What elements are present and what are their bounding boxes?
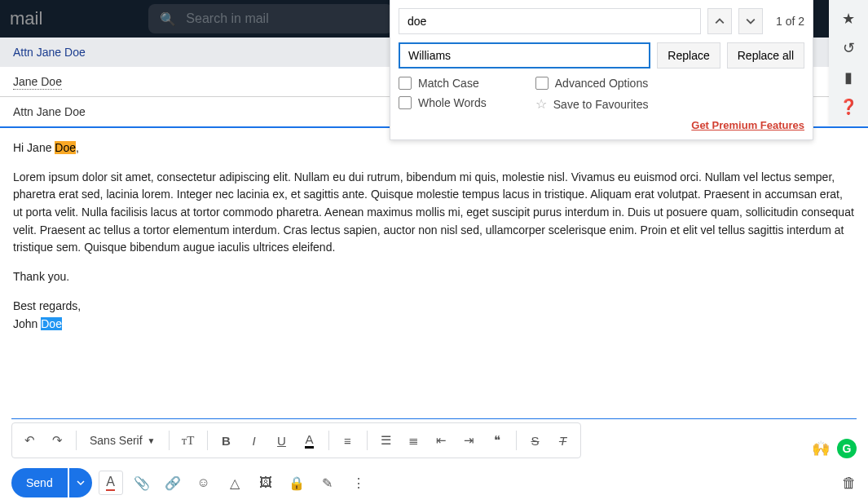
history-icon[interactable]: ↺ bbox=[843, 39, 855, 57]
align-button[interactable]: ≡ bbox=[336, 428, 360, 453]
strikethrough-button[interactable]: S bbox=[523, 428, 548, 453]
help-icon[interactable]: ❓ bbox=[839, 98, 857, 116]
body-paragraph: Lorem ipsum dolor sit amet, consectetur … bbox=[13, 169, 855, 257]
link-icon[interactable]: 🔗 bbox=[161, 471, 185, 495]
redo-button[interactable]: ↷ bbox=[45, 428, 69, 453]
text: John bbox=[13, 317, 41, 330]
text-format-toggle[interactable]: A bbox=[99, 471, 123, 495]
whole-words-option[interactable]: Whole Words bbox=[399, 96, 487, 109]
match-case-option[interactable]: Match Case bbox=[399, 77, 487, 90]
numbered-list-button[interactable]: ☰ bbox=[374, 428, 399, 453]
underline-button[interactable]: U bbox=[270, 428, 294, 453]
email-body-editor[interactable]: Hi Jane Doe, Lorem ipsum dolor sit amet,… bbox=[0, 128, 868, 344]
compose-bottom-bar: Send A 📎 🔗 ☺ △ 🖼 🔒 ✎ ⋮ 🗑 bbox=[11, 468, 857, 497]
save-favourites[interactable]: ☆Save to Favourites bbox=[535, 96, 649, 112]
indent-less-button[interactable]: ⇤ bbox=[430, 428, 454, 453]
find-highlight-current: Doe bbox=[55, 141, 76, 154]
text: , bbox=[76, 141, 79, 154]
checkbox-icon bbox=[399, 96, 412, 109]
clear-format-button[interactable]: T bbox=[551, 428, 575, 453]
chevron-down-icon: ▼ bbox=[148, 436, 156, 445]
undo-button[interactable]: ↶ bbox=[17, 428, 42, 453]
raise-hands-icon[interactable]: 🙌 bbox=[811, 439, 831, 458]
star-icon[interactable]: ★ bbox=[842, 10, 855, 28]
text: Hi Jane bbox=[13, 141, 55, 154]
body-regards: Best regards, bbox=[13, 299, 81, 312]
send-button[interactable]: Send bbox=[11, 468, 68, 497]
star-outline-icon: ☆ bbox=[535, 96, 547, 112]
advanced-options[interactable]: Advanced Options bbox=[535, 77, 649, 90]
book-icon[interactable]: ▮ bbox=[844, 69, 853, 86]
checkbox-icon bbox=[399, 77, 412, 90]
pen-icon[interactable]: ✎ bbox=[315, 471, 340, 495]
find-prev-button[interactable] bbox=[707, 8, 732, 34]
confidential-icon[interactable]: 🔒 bbox=[284, 471, 309, 495]
replace-button[interactable]: Replace bbox=[657, 42, 720, 69]
premium-link[interactable]: Get Premium Features bbox=[691, 119, 804, 131]
body-thanks: Thank you. bbox=[13, 268, 855, 286]
find-replace-panel: 1 of 2 Replace Replace all Match Case Wh… bbox=[390, 0, 813, 140]
replace-all-button[interactable]: Replace all bbox=[727, 42, 804, 69]
more-icon[interactable]: ⋮ bbox=[346, 471, 371, 495]
find-count: 1 of 2 bbox=[769, 15, 804, 28]
format-toolbar: ↶ ↷ Sans Serif▼ тT B I U A ≡ ☰ ≣ ⇤ ⇥ ❝ S… bbox=[11, 422, 581, 458]
send-options-button[interactable] bbox=[69, 468, 92, 497]
italic-button[interactable]: I bbox=[242, 428, 267, 453]
bold-button[interactable]: B bbox=[214, 428, 239, 453]
mail-search-bar[interactable]: 🔍 Search in mail bbox=[148, 4, 393, 33]
font-size-button[interactable]: тT bbox=[176, 428, 200, 453]
extension-toolbar: ★ ↺ ▮ ❓ bbox=[829, 0, 868, 126]
text-color-button[interactable]: A bbox=[297, 428, 322, 453]
search-icon: 🔍 bbox=[160, 11, 176, 27]
find-input[interactable] bbox=[399, 8, 701, 34]
image-icon[interactable]: 🖼 bbox=[253, 471, 278, 495]
drive-icon[interactable]: △ bbox=[223, 471, 247, 495]
app-logo: mail bbox=[10, 8, 42, 29]
checkbox-icon bbox=[535, 77, 549, 90]
attach-icon[interactable]: 📎 bbox=[130, 471, 154, 495]
replace-input[interactable] bbox=[399, 42, 650, 69]
indent-more-button[interactable]: ⇥ bbox=[457, 428, 482, 453]
quote-button[interactable]: ❝ bbox=[485, 428, 509, 453]
find-next-button[interactable] bbox=[738, 8, 763, 34]
discard-button[interactable]: 🗑 bbox=[842, 475, 857, 492]
search-placeholder: Search in mail bbox=[186, 11, 268, 26]
bullet-list-button[interactable]: ≣ bbox=[402, 428, 426, 453]
find-highlight: Doe bbox=[41, 317, 62, 330]
grammarly-icon[interactable]: G bbox=[837, 439, 857, 458]
recipient-chip[interactable]: Jane Doe bbox=[13, 75, 62, 90]
font-select[interactable]: Sans Serif▼ bbox=[83, 434, 162, 447]
emoji-icon[interactable]: ☺ bbox=[192, 471, 216, 495]
